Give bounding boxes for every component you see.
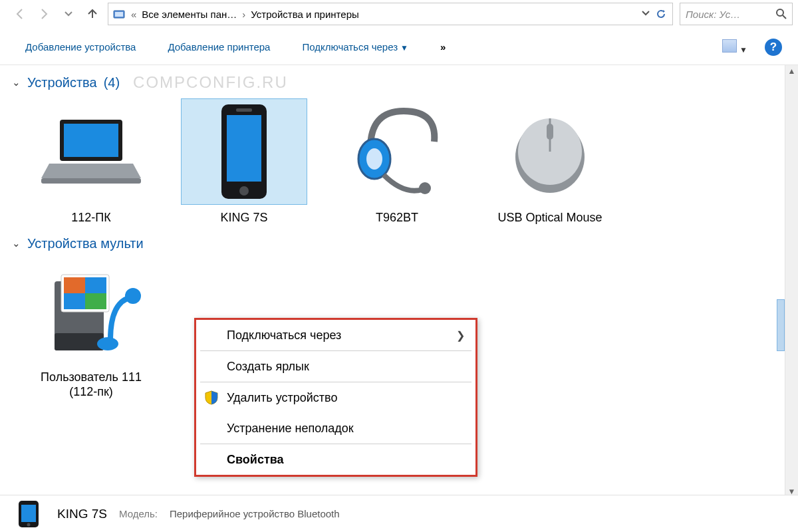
command-toolbar: Добавление устройства Добавление принтер… xyxy=(0,29,798,65)
media-server-icon xyxy=(28,258,154,364)
svg-point-24 xyxy=(97,337,118,350)
uac-shield-icon xyxy=(204,390,219,405)
control-panel-icon xyxy=(112,7,126,21)
svg-rect-17 xyxy=(547,124,553,140)
device-item-headset[interactable]: T962BT xyxy=(334,98,460,225)
device-label: Пользователь 111 (112-пк) xyxy=(28,370,154,400)
ctx-item-label: Подключаться через xyxy=(227,329,341,342)
ctx-item-label: Свойства xyxy=(227,453,284,467)
content-area: ⌄ Устройства (4) COMPCONFIG.RU 112-ПК KI… xyxy=(0,65,798,501)
svg-rect-5 xyxy=(64,124,118,157)
device-list-pane: ⌄ Устройства (4) COMPCONFIG.RU 112-ПК KI… xyxy=(0,65,785,501)
thumbnails-icon xyxy=(722,39,737,53)
breadcrumb-current[interactable]: Устройства и принтеры xyxy=(251,9,358,20)
chevron-down-icon xyxy=(65,10,72,18)
breadcrumb-root[interactable]: Все элементы пан… xyxy=(142,9,237,20)
device-item-phone[interactable]: KING 7S xyxy=(181,98,307,225)
svg-line-3 xyxy=(783,15,786,19)
list-selection-marker xyxy=(777,299,785,351)
address-bar-row: « Все элементы пан… › Устройства и принт… xyxy=(0,0,798,29)
svg-point-28 xyxy=(27,523,31,526)
device-row: 112-ПК KING 7S T962BT USB xyxy=(28,98,773,225)
breadcrumb-bar[interactable]: « Все элементы пан… › Устройства и принт… xyxy=(108,3,673,25)
ctx-connect-via[interactable]: Подключаться через ❯ xyxy=(196,320,475,350)
arrow-up-icon xyxy=(86,7,99,21)
search-input[interactable]: Поиск: Ус… xyxy=(680,3,793,25)
nav-back-button[interactable] xyxy=(12,5,29,23)
breadcrumb-chevron-icon[interactable]: › xyxy=(241,9,247,20)
ctx-item-label: Устранение неполадок xyxy=(227,422,354,436)
view-options-button[interactable]: ▼ xyxy=(722,39,747,55)
arrow-right-icon xyxy=(38,7,51,21)
svg-rect-22 xyxy=(64,277,85,293)
details-device-name: KING 7S xyxy=(57,507,107,521)
refresh-icon xyxy=(656,9,666,19)
mouse-icon xyxy=(487,98,613,205)
connect-via-dropdown[interactable]: Подключаться через▼ xyxy=(302,41,408,53)
svg-rect-11 xyxy=(236,108,252,112)
toolbar-overflow-button[interactable]: » xyxy=(440,41,447,53)
chevron-down-icon xyxy=(642,9,650,17)
arrow-left-icon xyxy=(14,7,27,21)
svg-point-14 xyxy=(419,182,431,194)
svg-marker-6 xyxy=(41,164,141,178)
collapse-chevron-icon: ⌄ xyxy=(12,237,21,249)
watermark-text: COMPCONFIG.RU xyxy=(133,73,288,92)
svg-rect-27 xyxy=(21,505,36,522)
address-refresh-button[interactable] xyxy=(654,9,668,19)
group-header-devices[interactable]: ⌄ Устройства (4) COMPCONFIG.RU xyxy=(12,73,773,92)
details-pane: KING 7S Модель: Периферийное устройство … xyxy=(0,495,798,532)
collapse-chevron-icon: ⌄ xyxy=(12,76,21,88)
group-header-multimedia[interactable]: ⌄ Устройства мульти xyxy=(12,236,773,251)
details-model-label: Модель: xyxy=(119,508,158,519)
details-model-value: Периферийное устройство Bluetooth xyxy=(170,508,340,519)
group-count: (4) xyxy=(104,75,120,90)
add-printer-button[interactable]: Добавление принтера xyxy=(168,41,270,53)
add-device-button[interactable]: Добавление устройства xyxy=(25,41,136,53)
scroll-up-arrow-icon[interactable]: ▲ xyxy=(788,66,796,80)
smartphone-icon xyxy=(17,499,40,529)
bluetooth-headset-icon xyxy=(334,98,460,205)
device-label: KING 7S xyxy=(181,210,307,225)
svg-rect-1 xyxy=(115,12,123,17)
ctx-troubleshoot[interactable]: Устранение неполадок xyxy=(196,413,475,444)
svg-rect-23 xyxy=(85,293,106,309)
device-label: 112-ПК xyxy=(28,210,154,225)
device-item-pc[interactable]: 112-ПК xyxy=(28,98,154,225)
ctx-item-label: Удалить устройство xyxy=(227,391,337,405)
svg-rect-7 xyxy=(41,178,141,184)
help-button[interactable]: ? xyxy=(765,39,782,56)
search-icon xyxy=(776,9,787,19)
connect-via-label: Подключаться через xyxy=(302,41,398,53)
ctx-create-shortcut[interactable]: Создать ярлык xyxy=(196,351,475,382)
details-device-thumbnail xyxy=(12,499,45,529)
ctx-remove-device[interactable]: Удалить устройство xyxy=(196,382,475,413)
group-title: Устройства xyxy=(27,75,97,90)
submenu-arrow-icon: ❯ xyxy=(456,329,465,342)
ctx-item-label: Создать ярлык xyxy=(227,360,309,374)
breadcrumb-sep: « xyxy=(130,9,138,20)
svg-point-25 xyxy=(125,288,141,304)
address-dropdown-button[interactable] xyxy=(639,9,652,19)
svg-rect-19 xyxy=(55,333,104,350)
nav-forward-button[interactable] xyxy=(36,5,53,23)
nav-up-button[interactable] xyxy=(84,5,101,23)
laptop-icon xyxy=(28,98,154,205)
svg-point-2 xyxy=(777,9,783,16)
device-item-mouse[interactable]: USB Optical Mouse xyxy=(487,98,613,225)
device-label: USB Optical Mouse xyxy=(487,210,613,225)
group-title: Устройства мульти xyxy=(27,236,144,251)
search-placeholder: Поиск: Ус… xyxy=(686,9,772,20)
ctx-properties[interactable]: Свойства xyxy=(196,444,475,475)
device-label: T962BT xyxy=(334,210,460,225)
device-item-media-server[interactable]: Пользователь 111 (112-пк) xyxy=(28,258,154,400)
svg-rect-9 xyxy=(227,115,261,182)
svg-point-10 xyxy=(239,186,249,196)
svg-point-13 xyxy=(366,148,382,170)
context-menu: Подключаться через ❯ Создать ярлык Удали… xyxy=(194,318,477,477)
nav-history-dropdown[interactable] xyxy=(60,5,77,23)
smartphone-icon xyxy=(181,98,307,205)
vertical-scrollbar[interactable]: ▲ ▼ xyxy=(785,65,798,501)
